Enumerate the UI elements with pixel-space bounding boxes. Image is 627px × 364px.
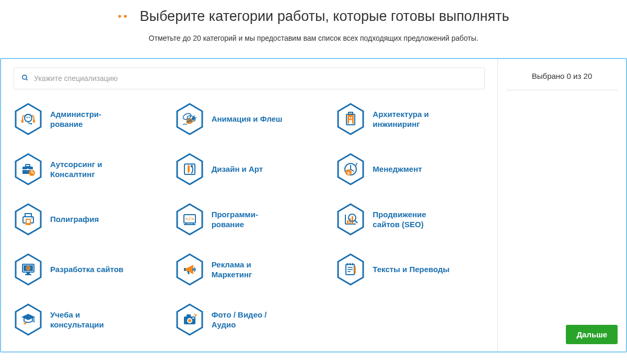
category-label: Архитектура и инжиниринг xyxy=(373,109,451,130)
monitor-gear-icon xyxy=(14,253,43,286)
category-label: Реклама и Маркетинг xyxy=(212,260,290,280)
category-item[interactable]: Анимация и Флеш xyxy=(175,103,324,135)
next-button[interactable]: Дальше xyxy=(566,325,618,344)
code-icon xyxy=(175,203,204,236)
seo-icon xyxy=(336,203,365,236)
briefcase-icon xyxy=(14,153,43,185)
svg-point-0 xyxy=(22,75,27,79)
category-label: Дизайн и Арт xyxy=(212,164,263,174)
search-input[interactable] xyxy=(34,74,477,83)
clock-dollar-icon xyxy=(336,153,365,185)
category-label: Аутсорсинг и Консалтинг xyxy=(50,159,129,180)
category-item[interactable]: Разработка сайтов xyxy=(14,253,162,286)
category-item[interactable]: Программи-рование xyxy=(175,203,324,236)
category-label: Тексты и Переводы xyxy=(373,264,449,275)
step-dots-decoration: •• xyxy=(118,10,130,22)
category-item[interactable]: Тексты и Переводы xyxy=(336,253,485,286)
svg-line-1 xyxy=(26,78,28,80)
category-item[interactable]: Администри-рование xyxy=(14,103,162,135)
selection-counter: Выбрано 0 из 20 xyxy=(506,68,618,90)
search-icon xyxy=(21,74,29,83)
bee-icon xyxy=(175,103,204,135)
category-panel: Администри-рованиеАнимация и ФлешАрхитек… xyxy=(0,58,627,353)
page-title: Выберите категории работы, которые готов… xyxy=(140,8,509,25)
category-label: Администри-рование xyxy=(50,109,101,130)
category-label: Анимация и Флеш xyxy=(212,114,283,124)
notepad-icon xyxy=(336,253,365,286)
headset-icon xyxy=(14,103,43,135)
category-item[interactable]: Менеджмент xyxy=(336,153,485,185)
building-icon xyxy=(336,103,365,135)
category-item[interactable]: Дизайн и Арт xyxy=(175,153,324,185)
megaphone-icon xyxy=(175,253,204,286)
category-grid: Администри-рованиеАнимация и ФлешАрхитек… xyxy=(14,103,485,336)
category-item[interactable]: Аутсорсинг и Консалтинг xyxy=(14,153,162,185)
category-label: Фото / Видео / Аудио xyxy=(212,310,290,330)
category-item[interactable]: Архитектура и инжиниринг xyxy=(336,103,485,135)
category-item[interactable]: Фото / Видео / Аудио xyxy=(175,303,324,336)
category-label: Полиграфия xyxy=(50,214,99,225)
category-label: Разработка сайтов xyxy=(50,264,123,275)
category-label: Продвижение сайтов (SEO) xyxy=(373,209,451,230)
category-item[interactable]: Продвижение сайтов (SEO) xyxy=(336,203,485,236)
category-item[interactable]: Полиграфия xyxy=(14,203,162,236)
paint-icon xyxy=(175,153,204,185)
category-label: Учеба и консультации xyxy=(50,310,129,330)
page-subtitle: Отметьте до 20 категорий и мы предостави… xyxy=(0,34,627,42)
category-item[interactable]: Учеба и консультации xyxy=(14,303,162,336)
category-label: Программи-рование xyxy=(212,209,258,230)
category-label: Менеджмент xyxy=(373,164,422,174)
printer-icon xyxy=(14,203,43,236)
search-input-wrapper[interactable] xyxy=(14,67,485,89)
gradcap-icon xyxy=(14,303,43,336)
camera-icon xyxy=(175,303,204,336)
category-item[interactable]: Реклама и Маркетинг xyxy=(175,253,324,286)
